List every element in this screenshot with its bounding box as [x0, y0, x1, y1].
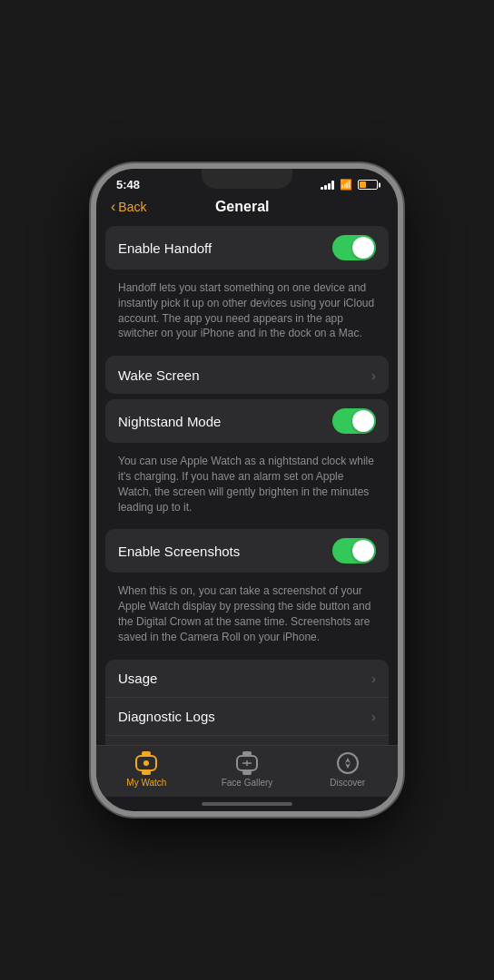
- diagnostics-group: Usage › Diagnostic Logs › Copy Watch Ana…: [105, 660, 389, 745]
- tab-bar: My Watch Face Gallery: [96, 745, 398, 797]
- my-watch-icon: [134, 751, 158, 775]
- status-icons: 📶: [321, 179, 378, 191]
- svg-rect-5: [242, 751, 252, 756]
- svg-point-3: [143, 760, 149, 766]
- usage-chevron-icon: ›: [371, 671, 376, 686]
- tab-discover[interactable]: Discover: [297, 751, 398, 788]
- page-title: General: [146, 199, 338, 215]
- back-button[interactable]: ‹ Back: [111, 199, 146, 215]
- svg-marker-10: [345, 758, 351, 763]
- wake-screen-group: Wake Screen ›: [105, 356, 389, 394]
- toggle-knob-screenshots: [352, 540, 374, 562]
- svg-rect-1: [142, 751, 151, 756]
- copy-watch-analytics-row[interactable]: Copy Watch Analytics: [105, 736, 389, 745]
- tab-face-gallery-label: Face Gallery: [222, 778, 273, 788]
- screenshots-description: When this is on, you can take a screensh…: [105, 578, 389, 653]
- face-gallery-icon: [235, 751, 259, 775]
- diagnostic-logs-chevron-icon: ›: [371, 709, 376, 724]
- enable-screenshots-toggle[interactable]: [332, 538, 376, 564]
- toggle-knob: [352, 237, 374, 259]
- nightstand-mode-toggle[interactable]: [332, 408, 376, 434]
- diagnostic-logs-row[interactable]: Diagnostic Logs ›: [105, 698, 389, 736]
- enable-screenshots-row[interactable]: Enable Screenshots: [105, 529, 389, 573]
- svg-rect-6: [242, 770, 252, 775]
- usage-label: Usage: [118, 671, 157, 686]
- tab-discover-label: Discover: [330, 778, 365, 788]
- back-chevron-icon: ‹: [111, 199, 115, 215]
- battery-icon: [358, 180, 378, 190]
- notch: [202, 169, 292, 189]
- nightstand-mode-row[interactable]: Nightstand Mode: [105, 399, 389, 443]
- wake-screen-chevron-icon: ›: [371, 368, 376, 383]
- nightstand-group: Nightstand Mode: [105, 399, 389, 443]
- discover-icon: [336, 751, 360, 775]
- nightstand-mode-label: Nightstand Mode: [118, 414, 221, 429]
- svg-marker-11: [345, 763, 351, 769]
- home-bar: [202, 802, 292, 806]
- enable-screenshots-label: Enable Screenshots: [118, 544, 240, 559]
- back-label: Back: [118, 200, 146, 214]
- enable-handoff-toggle[interactable]: [332, 235, 376, 260]
- battery-fill: [360, 181, 366, 188]
- svg-point-9: [338, 753, 358, 773]
- signal-bars-icon: [321, 181, 334, 190]
- diagnostic-logs-label: Diagnostic Logs: [118, 709, 215, 724]
- svg-rect-2: [142, 770, 151, 775]
- enable-handoff-row[interactable]: Enable Handoff: [105, 226, 389, 270]
- tab-my-watch[interactable]: My Watch: [96, 751, 197, 788]
- navigation-bar: ‹ Back General: [96, 195, 398, 220]
- screenshots-group: Enable Screenshots: [105, 529, 389, 573]
- wake-screen-label: Wake Screen: [118, 368, 199, 383]
- usage-row[interactable]: Usage ›: [105, 660, 389, 698]
- wifi-icon: 📶: [340, 179, 352, 191]
- nightstand-description: You can use Apple Watch as a nightstand …: [105, 448, 389, 524]
- handoff-description: Handoff lets you start something on one …: [105, 275, 389, 350]
- phone-screen: 5:48 📶 ‹ Back General: [96, 169, 398, 811]
- settings-content: Enable Handoff Handoff lets you start so…: [96, 220, 398, 745]
- status-time: 5:48: [116, 178, 140, 191]
- tab-my-watch-label: My Watch: [126, 778, 166, 788]
- handoff-group: Enable Handoff: [105, 226, 389, 270]
- home-indicator: [96, 797, 398, 811]
- enable-handoff-label: Enable Handoff: [118, 240, 212, 256]
- toggle-knob-nightstand: [352, 410, 374, 432]
- tab-face-gallery[interactable]: Face Gallery: [197, 751, 298, 788]
- phone-frame: 5:48 📶 ‹ Back General: [91, 163, 403, 817]
- wake-screen-row[interactable]: Wake Screen ›: [105, 356, 389, 394]
